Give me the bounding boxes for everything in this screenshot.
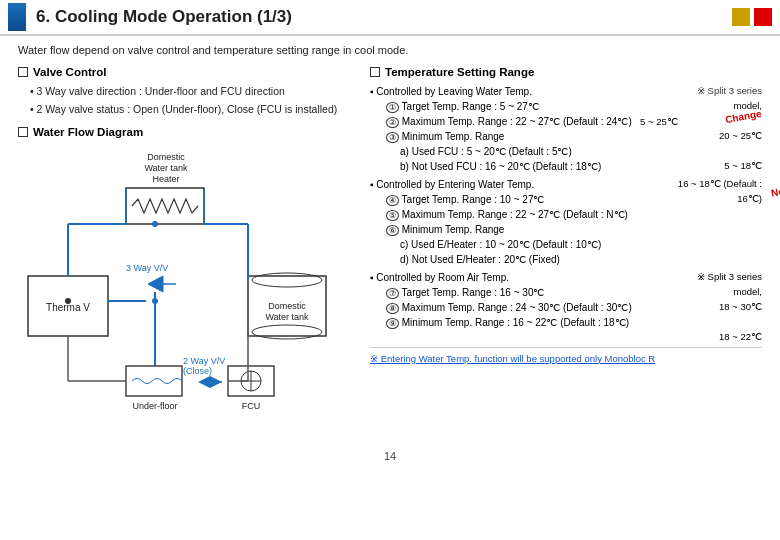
svg-text:Heater: Heater [152,174,179,184]
valve-control-title: Valve Control [33,66,107,78]
water-flow-header: Water Flow Diagram [18,126,358,138]
min-1-range: 20 ~ 25℃ [719,129,762,144]
right-content-area: ▪ Controlled by Leaving Water Temp. ※ Sp… [370,84,762,366]
sub-b-label: b) Not Used FCU : 16 ~ 20℃ (Default : 18… [400,159,601,174]
main-content: Water flow depend on valve control and t… [0,36,780,466]
svg-marker-12 [148,276,163,292]
svg-text:(Close): (Close) [183,366,212,376]
entering-default: 16 ~ 18℃ (Default : [678,177,762,192]
right-column: Temperature Setting Range ▪ Controlled b… [370,66,762,446]
circle-9: ⑨ [386,318,399,329]
max-8-label: ⑧ Maximum Temp. Range : 24 ~ 30℃ (Defaul… [386,300,632,315]
subtitle: Water flow depend on valve control and t… [18,44,762,56]
target-row-4: ④ Target Temp. Range : 10 ~ 27℃ 16℃) New [386,192,762,207]
entering-note-link: ※ Entering Water Temp. function will be … [370,353,655,364]
water-flow-title: Water Flow Diagram [33,126,143,138]
sub-c: c) Used E/Heater : 10 ~ 20℃ (Default : 1… [400,237,762,252]
target-7-note: model, [733,285,762,300]
checkbox-icon-3 [370,67,380,77]
page-header: 6. Cooling Mode Operation (1/3) [0,0,780,36]
checkbox-icon [18,67,28,77]
split-note-1: ※ Split 3 series [697,84,762,99]
min-row-1: ③ Minimum Temp. Range 20 ~ 25℃ [386,129,762,144]
svg-point-39 [152,221,158,227]
checkbox-icon-2 [18,127,28,137]
svg-text:FCU: FCU [242,401,261,411]
temp-setting-title: Temperature Setting Range [385,66,534,78]
page-title: 6. Cooling Mode Operation (1/3) [36,7,730,27]
leaving-water-label: ▪ Controlled by Leaving Water Temp. [370,84,532,99]
page-number: 14 [18,450,762,462]
bullet-3way: 3 Way valve direction : Under-floor and … [30,84,358,99]
flow-diagram-svg: Domestic Water tank Heater Therma V D [18,146,338,426]
entering-water-row: ▪ Controlled by Entering Water Temp. 16 … [370,177,762,192]
max-row-5: ⑤ Maximum Temp. Range : 22 ~ 27℃ (Defaul… [386,207,762,222]
max-1-label: ② Maximum Temp. Range : 22 ~ 27℃ (Defaul… [386,116,637,127]
min-row-9: ⑨ Minimum Temp. Range : 16 ~ 22℃ (Defaul… [386,315,762,330]
circle-5: ⑤ [386,210,399,221]
range-note: 18 ~ 22℃ [370,330,762,344]
room-air-label: ▪ Controlled by Room Air Temp. [370,270,509,285]
temp-setting-header: Temperature Setting Range [370,66,762,78]
svg-text:Domestic: Domestic [268,301,306,311]
target-row-1: ① Target Temp. Range : 5 ~ 27℃ model, [386,99,762,114]
max-row-8: ⑧ Maximum Temp. Range : 24 ~ 30℃ (Defaul… [386,300,762,315]
max-8-range: 18 ~ 30℃ [719,300,762,315]
svg-text:2 Way V/V: 2 Way V/V [183,356,225,366]
corner-gold [732,8,750,26]
max-row-1: ② Maximum Temp. Range : 22 ~ 27℃ (Defaul… [386,114,762,129]
entering-label: ▪ Controlled by Entering Water Temp. [370,177,534,192]
svg-text:3 Way V/V: 3 Way V/V [126,263,168,273]
svg-point-8 [252,325,322,339]
bullet-2way: 2 Way valve status : Open (Under-floor),… [30,102,358,117]
entering-note-row: ※ Entering Water Temp. function will be … [370,347,762,366]
svg-text:Under-floor: Under-floor [132,401,177,411]
min-1-label: ③ Minimum Temp. Range [386,129,504,144]
sub-d: d) Not Used E/Heater : 20℃ (Fixed) [400,252,762,267]
max-1-range: 5 ~ 25℃ [640,116,678,127]
min-row-6: ⑥ Minimum Temp. Range [386,222,762,237]
sub-b: b) Not Used FCU : 16 ~ 20℃ (Default : 18… [400,159,762,174]
target-1-label: ① Target Temp. Range : 5 ~ 27℃ [386,99,539,114]
valve-control-header: Valve Control [18,66,358,78]
svg-text:Water tank: Water tank [265,312,309,322]
target-row-7: ⑦ Target Temp. Range : 16 ~ 30℃ model, [386,285,762,300]
room-air-row: ▪ Controlled by Room Air Temp. ※ Split 3… [370,270,762,285]
diagram-area: Domestic Water tank Heater Therma V D [18,146,358,446]
room-air-note: ※ Split 3 series [697,270,762,285]
left-column: Valve Control 3 Way valve direction : Un… [18,66,358,446]
corner-red [754,8,772,26]
svg-point-38 [65,298,71,304]
sub-a: a) Used FCU : 5 ~ 20℃ (Default : 5℃) [400,144,762,159]
leaving-water-row: ▪ Controlled by Leaving Water Temp. ※ Sp… [370,84,762,99]
two-column-layout: Valve Control 3 Way valve direction : Un… [18,66,762,446]
header-icon [8,3,26,31]
svg-rect-22 [126,366,182,396]
svg-point-7 [252,273,322,287]
svg-point-40 [152,298,158,304]
sub-b-range: 5 ~ 18℃ [724,159,762,174]
target-4-note: 16℃) New [737,192,762,207]
svg-text:Domestic: Domestic [147,152,185,162]
target-7-label: ⑦ Target Temp. Range : 16 ~ 30℃ [386,285,544,300]
circle-6: ⑥ [386,225,399,236]
range-note-text: 18 ~ 22℃ [719,330,762,344]
svg-text:Water tank: Water tank [144,163,188,173]
target-4-label: ④ Target Temp. Range : 10 ~ 27℃ [386,192,544,207]
